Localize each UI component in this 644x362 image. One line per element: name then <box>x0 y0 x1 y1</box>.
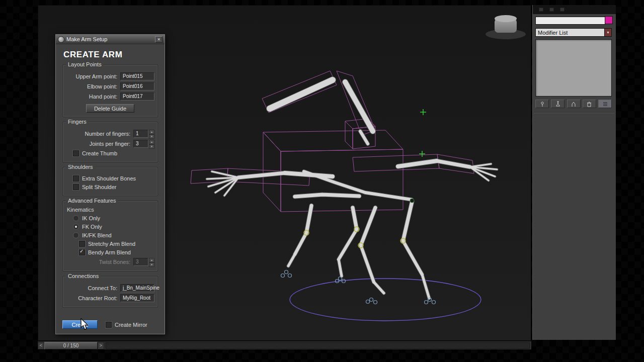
show-end-result-icon[interactable] <box>551 100 565 108</box>
radio-label: FK Only <box>82 224 102 230</box>
object-color-swatch[interactable] <box>605 16 613 24</box>
number-of-fingers-field[interactable]: 1 <box>133 130 148 138</box>
twist-bones-spinner[interactable]: ▴ ▾ <box>149 258 154 266</box>
stretchy-arm-blend-checkbox[interactable]: Stretchy Arm Blend <box>79 241 154 247</box>
connect-to-field[interactable]: j_Bn_MainSpine <box>120 284 154 292</box>
point-helpers[interactable] <box>419 109 426 157</box>
remove-modifier-icon[interactable] <box>583 100 596 108</box>
ik-only-radio[interactable]: IK Only <box>73 215 154 221</box>
titlebar-icon[interactable] <box>560 8 565 12</box>
next-frame-button[interactable]: > <box>98 342 104 349</box>
configure-modifier-sets-icon[interactable] <box>598 100 612 108</box>
foot-helpers[interactable] <box>281 270 436 304</box>
create-button[interactable]: Create <box>62 320 98 329</box>
close-icon[interactable]: ✕ <box>155 36 163 43</box>
character-root-circle[interactable] <box>290 279 481 321</box>
command-panel: Modifier List ▼ <box>532 5 616 340</box>
group-title: Layout Points <box>66 61 104 67</box>
watermark-object <box>486 14 526 40</box>
hand-point-field[interactable]: Point017 <box>120 93 154 101</box>
extra-shoulder-bones-checkbox[interactable]: Extra Shoulder Bones <box>73 175 154 182</box>
radio-label: IK/FK Blend <box>82 232 112 238</box>
connections-group: Connections Connect To: j_Bn_MainSpine C… <box>62 276 158 308</box>
app-root: z x y Modifier List ▼ <box>0 0 644 362</box>
modifier-stack-toolbar <box>535 100 612 109</box>
number-of-fingers-label: Number of fingers: <box>66 131 133 137</box>
group-title: Fingers <box>66 119 89 125</box>
radio-button[interactable] <box>73 224 79 230</box>
spin-down-icon[interactable]: ▾ <box>149 134 154 139</box>
upper-arm-point-label: Upper Arm point: <box>66 73 120 79</box>
panel-top-strip <box>533 5 616 14</box>
spin-up-icon[interactable]: ▴ <box>149 258 154 262</box>
watermark-top <box>495 15 517 22</box>
connect-to-label: Connect To: <box>66 285 120 291</box>
time-slider-handle[interactable]: 0 / 150 <box>44 342 98 349</box>
make-unique-icon[interactable] <box>567 100 581 108</box>
hand-point-label: Hand point: <box>66 94 120 100</box>
object-name-input[interactable] <box>535 17 605 25</box>
ikfk-blend-radio[interactable]: IK/FK Blend <box>73 232 154 238</box>
hip-helper[interactable] <box>410 199 414 203</box>
checkbox-box[interactable] <box>73 150 79 156</box>
group-title: Connections <box>66 273 101 279</box>
fk-only-radio[interactable]: FK Only <box>73 224 154 230</box>
advanced-features-group: Advanced Features Kinematics IK Only FK … <box>62 201 158 272</box>
layout-points-group: Layout Points Upper Arm point: Point015 … <box>62 64 158 117</box>
previous-frame-button[interactable]: < <box>38 342 44 349</box>
app-icon <box>58 36 64 43</box>
bendy-arm-blend-checkbox[interactable]: Bendy Arm Blend <box>79 249 154 255</box>
joints-per-finger-field[interactable]: 3 <box>133 140 148 148</box>
number-of-fingers-spinner[interactable]: ▴ ▾ <box>149 130 154 138</box>
elbow-point-field[interactable]: Point016 <box>120 82 154 90</box>
checkbox-box[interactable] <box>79 241 85 247</box>
radio-button[interactable] <box>73 215 79 221</box>
mouse-cursor <box>80 318 89 330</box>
checkbox-box[interactable] <box>73 184 79 190</box>
group-title: Advanced Features <box>66 198 118 204</box>
character-root-field[interactable]: MyRig_Root <box>120 294 154 302</box>
spin-down-icon[interactable]: ▾ <box>149 262 154 267</box>
checkbox-label: Bendy Arm Blend <box>88 249 131 255</box>
dialog-title: Make Arm Setup <box>66 36 153 42</box>
titlebar-icon[interactable] <box>539 8 543 12</box>
group-title: Shoulders <box>66 164 95 170</box>
create-mirror-checkbox[interactable]: Create Mirror <box>106 322 147 328</box>
chevron-down-icon[interactable]: ▼ <box>604 29 611 36</box>
dialog-body: CREATE ARM Layout Points Upper Arm point… <box>56 44 165 334</box>
twist-bones-field[interactable]: 3 <box>133 258 148 266</box>
time-slider-track[interactable] <box>106 342 530 349</box>
checkbox-box[interactable] <box>106 322 112 328</box>
kinematics-label: Kinematics <box>67 207 154 213</box>
character-root-label: Character Root: <box>66 295 120 301</box>
dialog-titlebar[interactable]: Make Arm Setup ✕ <box>56 35 165 44</box>
spin-down-icon[interactable]: ▾ <box>149 144 154 149</box>
checkbox-label: Extra Shoulder Bones <box>82 175 136 182</box>
checkbox-label: Create Mirror <box>115 322 147 328</box>
modifier-list-label: Modifier List <box>536 30 604 36</box>
checkbox-box[interactable] <box>79 249 85 255</box>
radio-label: IK Only <box>82 215 100 221</box>
checkbox-label: Create Thumb <box>82 150 117 156</box>
joints-per-finger-label: Joints per finger: <box>66 141 133 147</box>
radio-button[interactable] <box>73 232 79 238</box>
split-shoulder-checkbox[interactable]: Split Shoulder <box>73 184 154 190</box>
make-arm-setup-dialog: Make Arm Setup ✕ CREATE ARM Layout Point… <box>55 34 165 334</box>
create-thumb-checkbox[interactable]: Create Thumb <box>73 150 154 156</box>
spin-up-icon[interactable]: ▴ <box>149 140 154 144</box>
shoulders-group: Shoulders Extra Shoulder Bones Split Sho… <box>62 167 158 196</box>
fingers-group: Fingers Number of fingers: 1 ▴ ▾ Joints … <box>62 122 158 162</box>
elbow-point-label: Elbow point: <box>66 83 120 89</box>
panel-divider <box>534 112 614 113</box>
modifier-list-dropdown[interactable]: Modifier List ▼ <box>535 28 612 37</box>
delete-guide-button[interactable]: Delete Guide <box>86 104 134 113</box>
checkbox-label: Split Shoulder <box>82 184 117 190</box>
pin-stack-icon[interactable] <box>535 100 549 108</box>
checkbox-box[interactable] <box>73 175 79 182</box>
upper-arm-point-field[interactable]: Point015 <box>120 72 154 80</box>
spin-up-icon[interactable]: ▴ <box>149 130 154 134</box>
bones[interactable] <box>207 80 497 298</box>
joints-per-finger-spinner[interactable]: ▴ ▾ <box>149 140 154 148</box>
modifier-stack[interactable] <box>535 39 612 97</box>
titlebar-icon[interactable] <box>549 8 554 12</box>
